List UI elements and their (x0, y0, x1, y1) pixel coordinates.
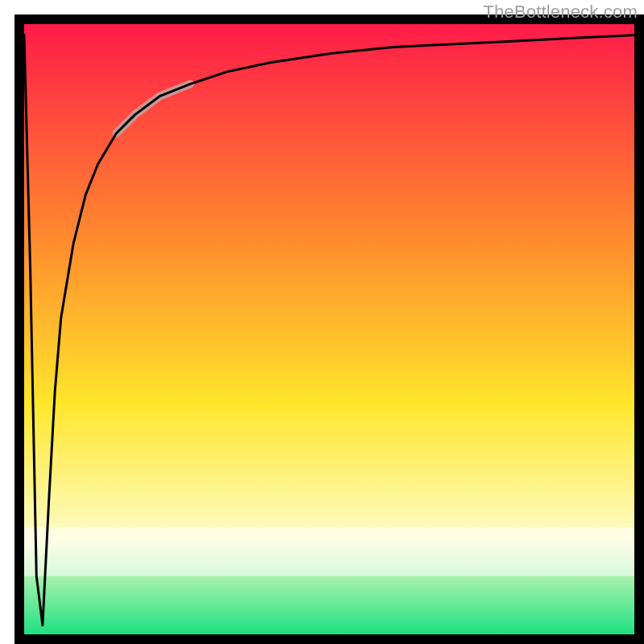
fade-band (24, 527, 639, 576)
bottleneck-chart (0, 0, 644, 644)
watermark-label: TheBottleneck.com (483, 2, 638, 23)
chart-container: TheBottleneck.com (0, 0, 644, 644)
